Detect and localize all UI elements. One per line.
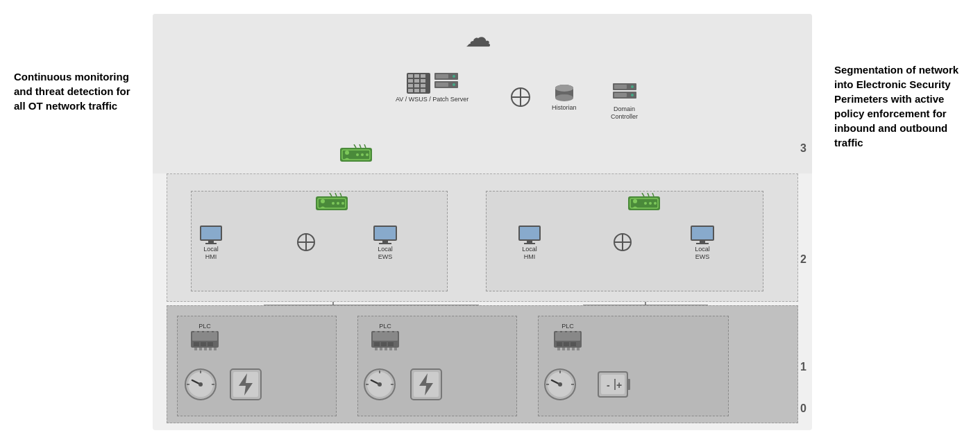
level-1-number: 1 [800,361,806,373]
cross-right-node [613,232,632,255]
svg-rect-89 [205,243,217,244]
local-ews-right-label: LocalEWS [695,246,710,261]
svg-line-85 [652,193,654,196]
cross-left-icon [296,232,316,252]
svg-rect-134 [380,348,382,350]
svg-rect-149 [562,348,565,350]
svg-rect-95 [382,241,388,243]
lightning-icon-1 [229,368,262,401]
svg-rect-99 [527,241,532,243]
svg-rect-128 [375,331,378,332]
plc-2: PLC [371,323,399,353]
gauge-icon-1 [184,368,217,401]
svg-point-44 [453,83,455,86]
svg-text:-: - [607,380,610,391]
svg-point-71 [332,202,335,205]
svg-rect-88 [208,241,214,243]
av-server-node: AV / WSUS / Patch Server [396,73,468,103]
historian-icon [554,83,575,103]
svg-point-64 [366,153,369,156]
svg-rect-135 [385,348,387,350]
historian-node: Historian [552,83,577,111]
svg-rect-130 [385,331,387,332]
cross-left-node [296,232,316,255]
svg-point-72 [337,202,339,205]
lightning-1-1 [229,368,262,401]
svg-rect-139 [555,332,580,341]
svg-line-65 [354,144,356,148]
domain-controller-label: DomainController [611,105,638,121]
svg-rect-96 [379,243,391,244]
svg-rect-28 [408,74,413,78]
svg-point-82 [654,202,657,205]
svg-rect-42 [436,74,448,78]
switch-level2-left-icon [316,193,348,214]
svg-rect-35 [414,84,419,87]
svg-point-164 [378,382,382,386]
svg-rect-112 [208,342,213,346]
domain-controller-icon [613,83,636,104]
av-server-label: AV / WSUS / Patch Server [396,96,468,103]
firewall-icon [407,73,430,94]
svg-point-62 [356,153,359,156]
local-hmi-right-label: LocalHMI [522,246,537,261]
plc-3-label: PLC [561,323,574,330]
svg-rect-140 [557,342,562,346]
local-hmi-right-icon [518,226,541,245]
plc-2-label: PLC [379,323,391,330]
svg-point-80 [644,202,647,205]
local-hmi-left: LocalHMI [200,226,222,261]
switch-level3-icon [340,144,372,165]
svg-point-52 [555,85,573,92]
svg-point-70 [321,199,325,203]
local-ews-right: LocalEWS [691,226,714,261]
svg-point-173 [558,382,562,386]
gauge-1-1 [184,368,217,401]
svg-rect-33 [421,79,425,83]
svg-point-61 [345,151,349,155]
plc-1: PLC [191,323,219,353]
svg-text:+: + [616,380,622,391]
svg-rect-87 [201,227,221,239]
svg-rect-137 [394,348,397,350]
svg-rect-118 [194,348,197,350]
plc-3-icon [554,331,582,353]
lightning-icon-2 [409,368,443,401]
level-3-number: 3 [800,142,806,155]
svg-rect-32 [414,79,419,83]
svg-point-63 [361,153,364,156]
svg-rect-31 [408,79,413,83]
svg-rect-179 [627,379,630,390]
svg-point-41 [453,75,455,78]
svg-rect-55 [614,85,627,89]
svg-rect-152 [577,348,580,350]
green-switch-level2-left [316,193,348,214]
svg-rect-30 [421,74,425,78]
cloud-icon: ☁ [465,22,491,53]
local-ews-left-icon [373,226,397,245]
svg-rect-34 [408,84,413,87]
gauge-3-1 [543,368,577,401]
gauge-2-1 [363,368,396,401]
local-hmi-left-label: LocalHMI [203,246,219,261]
local-hmi-left-icon [200,226,222,245]
svg-rect-132 [394,331,397,332]
svg-line-84 [648,193,649,196]
svg-rect-38 [414,89,419,92]
svg-rect-117 [214,331,217,332]
plc-1-icon [191,331,219,353]
svg-rect-113 [194,331,197,332]
svg-rect-131 [389,331,392,332]
local-ews-right-icon [691,226,714,245]
svg-rect-147 [577,331,580,332]
svg-line-76 [340,193,341,196]
svg-rect-141 [564,342,569,346]
svg-point-79 [633,199,637,203]
level-0-number: 0 [800,402,806,415]
svg-line-75 [335,193,337,196]
svg-rect-122 [214,348,217,350]
svg-rect-127 [388,342,394,346]
diagram-area: 3 2 1 0 ☁ [153,14,812,430]
svg-line-66 [360,144,361,148]
svg-point-73 [341,202,344,205]
